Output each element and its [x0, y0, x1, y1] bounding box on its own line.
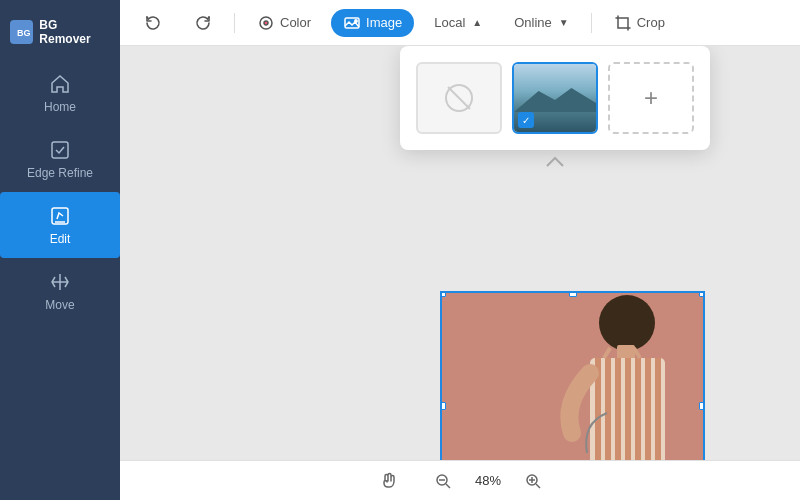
- sidebar-item-edit-label: Edit: [50, 232, 71, 246]
- canvas-image: [440, 291, 705, 460]
- move-icon: [48, 270, 72, 294]
- image-dropdown-popup: ✓ +: [400, 46, 710, 150]
- home-icon: [48, 72, 72, 96]
- main-area: Color Image Local ▲ Online ▼ Crop: [120, 0, 800, 500]
- crop-button[interactable]: Crop: [602, 9, 677, 37]
- svg-rect-21: [655, 358, 661, 460]
- local-label: Local: [434, 15, 465, 30]
- online-button[interactable]: Online ▼: [502, 10, 580, 35]
- resize-handle-mr[interactable]: [699, 402, 705, 410]
- mountain-image-thumb[interactable]: ✓: [512, 62, 598, 134]
- add-icon: +: [644, 84, 658, 112]
- svg-rect-19: [635, 358, 641, 460]
- svg-rect-20: [645, 358, 651, 460]
- local-button[interactable]: Local ▲: [422, 10, 494, 35]
- svg-rect-18: [625, 358, 631, 460]
- svg-rect-16: [605, 358, 611, 460]
- sidebar-item-move[interactable]: Move: [0, 258, 120, 324]
- color-button[interactable]: Color: [245, 9, 323, 37]
- canvas-image-container: [440, 291, 705, 460]
- dropdown-chevron-icon: [545, 156, 565, 168]
- bottom-bar: 48%: [120, 460, 800, 500]
- local-arrow-icon: ▲: [472, 17, 482, 28]
- app-logo: BG BG Remover: [0, 10, 120, 54]
- color-label: Color: [280, 15, 311, 30]
- sidebar-item-edge-refine-label: Edge Refine: [27, 166, 93, 180]
- resize-handle-ml[interactable]: [440, 402, 446, 410]
- selected-check-badge: ✓: [518, 112, 534, 128]
- sidebar-item-home-label: Home: [44, 100, 76, 114]
- toolbar-divider-2: [591, 13, 592, 33]
- resize-handle-tl[interactable]: [440, 291, 446, 297]
- add-image-button[interactable]: +: [608, 62, 694, 134]
- edge-refine-icon: [48, 138, 72, 162]
- zoom-out-button[interactable]: [434, 472, 452, 490]
- svg-rect-2: [52, 142, 68, 158]
- svg-point-12: [599, 295, 655, 351]
- toolbar: Color Image Local ▲ Online ▼ Crop: [120, 0, 800, 46]
- toolbar-divider-1: [234, 13, 235, 33]
- online-label: Online: [514, 15, 552, 30]
- hand-tool-button[interactable]: [378, 471, 398, 491]
- edit-icon: [48, 204, 72, 228]
- svg-rect-13: [617, 345, 635, 360]
- redo-button[interactable]: [182, 9, 224, 37]
- svg-point-8: [355, 19, 357, 21]
- svg-line-28: [536, 484, 540, 488]
- person-image: [442, 293, 703, 460]
- svg-line-25: [446, 484, 450, 488]
- svg-text:BG: BG: [17, 28, 30, 38]
- sidebar-item-edge-refine[interactable]: Edge Refine: [0, 126, 120, 192]
- sidebar-item-move-label: Move: [45, 298, 74, 312]
- image-thumbnails-row: ✓ +: [416, 62, 694, 134]
- zoom-in-button[interactable]: [524, 472, 542, 490]
- resize-handle-tr[interactable]: [699, 291, 705, 297]
- image-label: Image: [366, 15, 402, 30]
- canvas-area: ✓ +: [120, 46, 800, 460]
- sidebar: BG BG Remover Home Edge Refine: [0, 0, 120, 500]
- image-button[interactable]: Image: [331, 9, 414, 37]
- svg-line-10: [448, 87, 470, 109]
- logo-icon: BG: [10, 20, 33, 44]
- svg-rect-17: [615, 358, 621, 460]
- sidebar-item-edit[interactable]: Edit: [0, 192, 120, 258]
- online-arrow-icon: ▼: [559, 17, 569, 28]
- crop-label: Crop: [637, 15, 665, 30]
- logo-text: BG Remover: [39, 18, 110, 46]
- sidebar-item-home[interactable]: Home: [0, 60, 120, 126]
- undo-button[interactable]: [132, 9, 174, 37]
- empty-image-thumb[interactable]: [416, 62, 502, 134]
- svg-point-6: [264, 21, 268, 25]
- zoom-level-display: 48%: [468, 473, 508, 488]
- resize-handle-tm[interactable]: [569, 291, 577, 297]
